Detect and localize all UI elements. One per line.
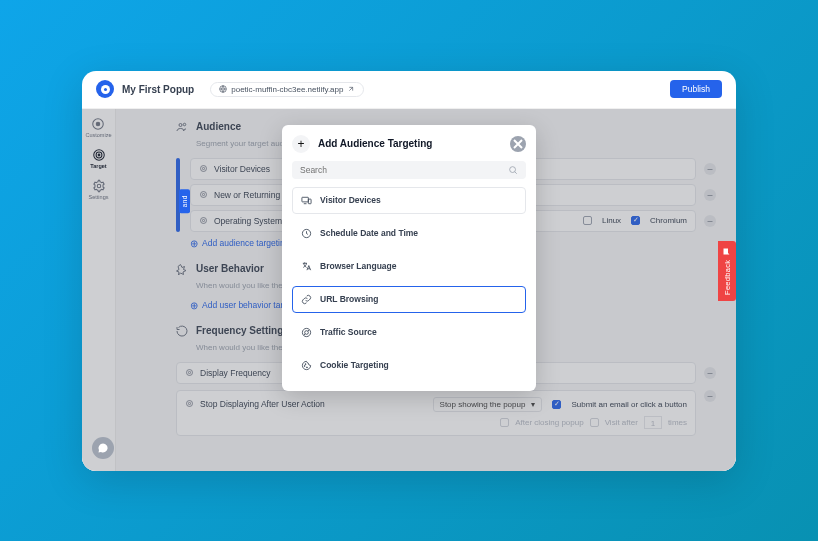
option-label: URL Browsing: [320, 294, 378, 304]
feedback-tab[interactable]: Feedback: [718, 241, 736, 301]
svg-point-6: [97, 184, 101, 188]
times-label: times: [668, 418, 687, 427]
target-small-icon: [199, 190, 208, 199]
visit-after-label: Visit after: [605, 418, 638, 427]
frequency-title: Frequency Settings: [196, 325, 289, 339]
svg-point-10: [202, 167, 204, 169]
option-cookie-targeting[interactable]: Cookie Targeting: [292, 352, 526, 379]
target-small-icon: [199, 164, 208, 173]
modal-search[interactable]: [292, 161, 526, 179]
option-label: Cookie Targeting: [320, 360, 389, 370]
sidebar-item-target[interactable]: Target: [90, 148, 106, 169]
cookie-icon: [301, 360, 312, 371]
os-linux-checkbox[interactable]: [583, 216, 592, 225]
svg-point-9: [201, 166, 207, 172]
svg-point-25: [304, 365, 305, 366]
plus-icon: +: [292, 135, 310, 153]
stop-action-select[interactable]: Stop showing the popup ▾: [433, 397, 543, 412]
publish-button[interactable]: Publish: [670, 80, 722, 98]
feedback-label: Feedback: [723, 259, 732, 294]
svg-point-7: [179, 123, 182, 126]
sidebar-item-label: Target: [90, 163, 106, 169]
svg-point-15: [187, 370, 193, 376]
svg-rect-21: [308, 199, 311, 204]
option-visitor-devices[interactable]: Visitor Devices: [292, 187, 526, 214]
remove-rule-button[interactable]: –: [704, 163, 716, 175]
visit-count-input[interactable]: 1: [644, 416, 662, 429]
after-closing-label: After closing popup: [515, 418, 584, 427]
svg-point-23: [302, 328, 310, 336]
os-chromium-checkbox[interactable]: [631, 216, 640, 225]
svg-point-12: [202, 193, 204, 195]
option-label: Browser Language: [320, 261, 397, 271]
link-icon: [301, 294, 312, 305]
svg-point-11: [201, 192, 207, 198]
devices-icon: [301, 195, 312, 206]
sidebar-item-label: Customize: [86, 132, 112, 138]
search-input[interactable]: [300, 165, 508, 175]
audience-title: Audience: [196, 121, 241, 135]
remove-rule-button[interactable]: –: [704, 189, 716, 201]
option-schedule[interactable]: Schedule Date and Time: [292, 220, 526, 247]
stop-action-select-value: Stop showing the popup: [440, 400, 526, 409]
modal-options: Visitor Devices Schedule Date and Time B…: [292, 187, 526, 379]
audience-icon: [176, 121, 188, 135]
chat-icon: [723, 246, 732, 255]
svg-point-19: [510, 166, 516, 172]
after-closing-checkbox[interactable]: [500, 418, 509, 427]
option-label: Schedule Date and Time: [320, 228, 418, 238]
clock-icon: [301, 228, 312, 239]
os-linux-label: Linux: [602, 216, 621, 225]
help-fab[interactable]: [92, 437, 114, 459]
frequency-icon: [176, 325, 188, 339]
svg-point-2: [97, 122, 101, 126]
topbar: My First Popup poetic-muffin-cbc3ee.netl…: [82, 71, 736, 109]
target-icon: [92, 148, 106, 162]
option-label: Visitor Devices: [320, 195, 381, 205]
behavior-title: User Behavior: [196, 263, 264, 277]
palette-icon: [91, 117, 105, 131]
option-traffic-source[interactable]: Traffic Source: [292, 319, 526, 346]
submit-email-label: Submit an email or click a button: [571, 400, 687, 409]
submit-email-checkbox[interactable]: [552, 400, 561, 409]
globe-icon: [219, 85, 227, 93]
sidebar-item-label: Settings: [89, 194, 109, 200]
svg-point-26: [307, 366, 308, 367]
settings-icon: [92, 179, 106, 193]
close-icon: [510, 136, 526, 152]
logic-and-chip: and: [179, 189, 190, 213]
sidebar-item-settings[interactable]: Settings: [89, 179, 109, 200]
behavior-icon: [176, 263, 188, 277]
option-label: Traffic Source: [320, 327, 377, 337]
remove-rule-button[interactable]: –: [704, 367, 716, 379]
svg-point-5: [98, 154, 100, 156]
svg-point-8: [183, 123, 186, 126]
add-targeting-modal: + Add Audience Targeting Visitor Devices…: [282, 125, 536, 391]
visit-after-checkbox[interactable]: [590, 418, 599, 427]
sidebar-item-customize[interactable]: Customize: [86, 117, 112, 138]
chat-icon: [97, 442, 109, 454]
svg-point-16: [188, 371, 190, 373]
remove-rule-button[interactable]: –: [704, 390, 716, 402]
target-small-icon: [185, 399, 194, 408]
rule-label: Operating System: [214, 216, 282, 226]
svg-point-17: [187, 400, 193, 406]
modal-title: Add Audience Targeting: [318, 138, 432, 149]
url-chip[interactable]: poetic-muffin-cbc3ee.netlify.app: [210, 82, 364, 97]
page-title: My First Popup: [122, 84, 194, 95]
target-small-icon: [185, 368, 194, 377]
app-logo: [96, 80, 114, 98]
option-browser-language[interactable]: Browser Language: [292, 253, 526, 280]
source-icon: [301, 327, 312, 338]
target-small-icon: [199, 216, 208, 225]
remove-rule-button[interactable]: –: [704, 215, 716, 227]
svg-point-18: [188, 402, 190, 404]
url-text: poetic-muffin-cbc3ee.netlify.app: [231, 85, 343, 94]
sidebar: Customize Target Settings: [82, 109, 116, 471]
option-url-browsing[interactable]: URL Browsing: [292, 286, 526, 313]
svg-point-13: [201, 218, 207, 224]
svg-point-14: [202, 219, 204, 221]
rule-stop-after-action[interactable]: Stop Displaying After User Action Stop s…: [176, 390, 696, 436]
close-modal-button[interactable]: [510, 136, 526, 152]
rule-label: Visitor Devices: [214, 164, 270, 174]
